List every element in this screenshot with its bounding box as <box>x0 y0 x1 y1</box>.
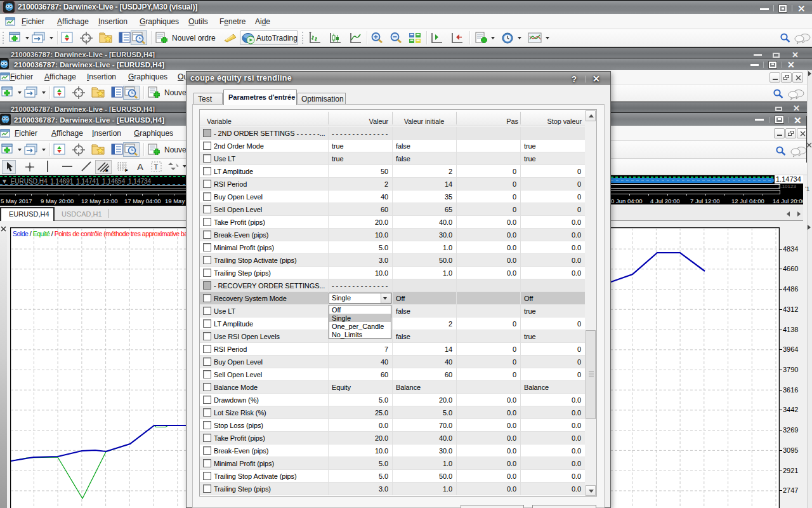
svg-text:F: F <box>125 168 128 173</box>
svg-text:T: T <box>154 163 159 171</box>
svg-text:E: E <box>105 168 108 173</box>
